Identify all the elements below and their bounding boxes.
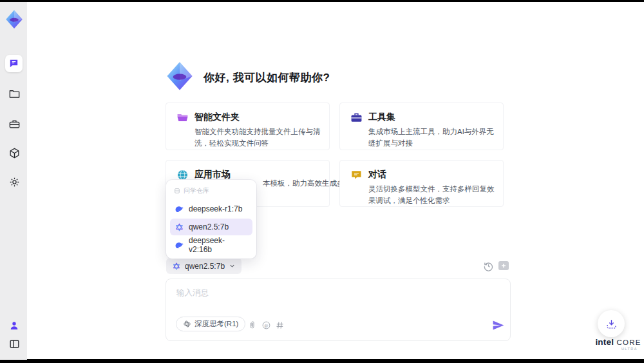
folder-purple-icon: [176, 112, 189, 124]
gear-icon: [8, 176, 21, 188]
chat-yellow-icon: [350, 169, 363, 181]
message-input[interactable]: [166, 279, 510, 313]
greeting-title: 你好, 我可以如何帮助你?: [204, 70, 330, 85]
sidebar-item-panel-toggle[interactable]: [8, 337, 21, 350]
sidebar-item-toolbox[interactable]: [8, 117, 21, 130]
sidebar-item-chat[interactable]: [5, 55, 23, 72]
card-desc: 智能文件夹功能支持批量文件上传与清洗，轻松实现文件问答: [194, 126, 322, 150]
deepthink-toggle[interactable]: 深度思考(R1): [176, 317, 245, 331]
qwen-icon: [172, 262, 181, 271]
deepthink-label: 深度思考(R1): [194, 319, 238, 329]
sidebar: [0, 2, 27, 360]
repository-icon: [174, 188, 180, 194]
intel-core-badge: intel CORE ULTRA: [594, 337, 643, 351]
briefcase-icon: [8, 118, 21, 130]
download-fab[interactable]: [598, 310, 625, 337]
sidebar-item-account[interactable]: [8, 319, 21, 332]
card-title: 智能文件夹: [194, 112, 240, 123]
greeting-logo: [165, 61, 194, 91]
core-logo-text: CORE: [617, 338, 641, 346]
folder-icon: [8, 88, 21, 100]
model-selector-value: qwen2.5:7b: [185, 262, 225, 271]
model-dropdown-header: 问学仓库: [170, 184, 252, 199]
model-option-deepseek-v2[interactable]: deepseek-v2:16b: [170, 237, 252, 253]
chat-bubble-icon: [8, 58, 19, 69]
deepseek-icon: [175, 240, 184, 250]
window-frame-top: [0, 0, 644, 2]
card-chat[interactable]: 对话 灵活切换多模型文件，支持多样回复效果调试，满足个性化需求: [339, 160, 504, 207]
user-icon: [8, 320, 20, 331]
sidebar-item-settings[interactable]: [8, 175, 21, 188]
app-logo: [5, 8, 24, 31]
briefcase-indigo-icon: [350, 112, 363, 124]
card-title: 应用市场: [194, 169, 231, 181]
intel-logo-text: intel: [595, 337, 614, 347]
card-title: 工具集: [368, 112, 395, 123]
paperclip-icon[interactable]: [247, 320, 258, 331]
sidebar-item-models[interactable]: [8, 146, 21, 159]
window-frame-bottom: [0, 359, 644, 363]
model-option-deepseek-r1[interactable]: deepseek-r1:7b: [170, 201, 252, 217]
download-icon: [605, 318, 618, 330]
svg-text:@: @: [264, 323, 268, 328]
send-button[interactable]: [491, 319, 505, 332]
history-icon: [483, 260, 494, 271]
model-dropdown: 问学仓库 deepseek-r1:7b qwen2.5:7b: [166, 180, 256, 259]
deepthink-atom-icon: [183, 320, 191, 328]
card-desc: 灵活切换多模型文件，支持多样回复效果调试，满足个性化需求: [368, 184, 496, 207]
qwen-icon: [175, 222, 184, 232]
chat-input-box: 深度思考(R1) @: [166, 279, 511, 341]
new-chat-button[interactable]: [498, 261, 509, 270]
card-title: 对话: [368, 169, 386, 181]
cube-icon: [8, 147, 21, 159]
ultra-logo-text: ULTRA: [594, 348, 643, 351]
send-icon: [491, 319, 505, 332]
new-chat-icon: [498, 261, 509, 270]
hash-icon[interactable]: [275, 320, 285, 331]
card-smart-folders[interactable]: 智能文件夹 智能文件夹功能支持批量文件上传与清洗，轻松实现文件问答: [166, 103, 330, 150]
card-desc: 集成市场上主流工具，助力AI与外界无缝扩展与对接: [368, 126, 496, 150]
chevron-down-icon: [229, 262, 236, 270]
sidebar-item-folders[interactable]: [8, 87, 21, 100]
panel-toggle-icon: [8, 338, 21, 350]
history-button[interactable]: [483, 260, 494, 271]
app-window: 你好, 我可以如何帮助你? 智能文件夹 智能文件夹功能支持批量文件上传与清洗，轻…: [0, 0, 644, 363]
card-toolset[interactable]: 工具集 集成市场上主流工具，助力AI与外界无缝扩展与对接: [339, 103, 504, 150]
card-desc-partial: 本模板，助力高效生成多: [263, 178, 334, 190]
deepseek-icon: [175, 204, 184, 214]
model-selector[interactable]: qwen2.5:7b: [166, 258, 242, 274]
model-option-qwen[interactable]: qwen2.5:7b: [170, 219, 252, 235]
at-circle-icon[interactable]: @: [261, 320, 272, 331]
